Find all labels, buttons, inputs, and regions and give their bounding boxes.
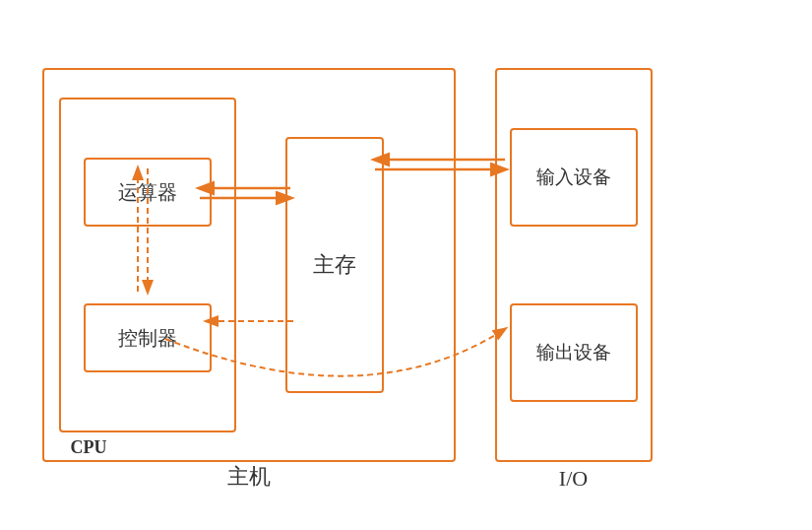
cpu-box: 运算器 控制器 CPU	[59, 98, 236, 432]
memory-label: 主存	[313, 250, 356, 280]
cpu-label: CPU	[71, 437, 107, 458]
alu-box: 运算器	[84, 158, 212, 227]
host-box: 运算器 控制器 CPU 主存 主机	[42, 68, 456, 462]
memory-box: 主存	[285, 137, 384, 393]
gap-area	[456, 68, 495, 462]
controller-label: 控制器	[118, 325, 177, 352]
controller-box: 控制器	[84, 303, 212, 372]
io-box: 输入设备 输出设备 I/O	[495, 68, 653, 462]
diagram: 运算器 控制器 CPU 主存 主机	[23, 24, 790, 506]
output-device-box: 输出设备	[510, 303, 638, 402]
input-device-box: 输入设备	[510, 128, 638, 227]
input-device-label: 输入设备	[536, 165, 611, 191]
output-device-label: 输出设备	[536, 340, 611, 366]
host-label: 主机	[227, 462, 271, 492]
io-label: I/O	[559, 466, 588, 492]
main-area: 运算器 控制器 CPU 主存 主机	[23, 24, 790, 506]
alu-label: 运算器	[118, 179, 177, 206]
